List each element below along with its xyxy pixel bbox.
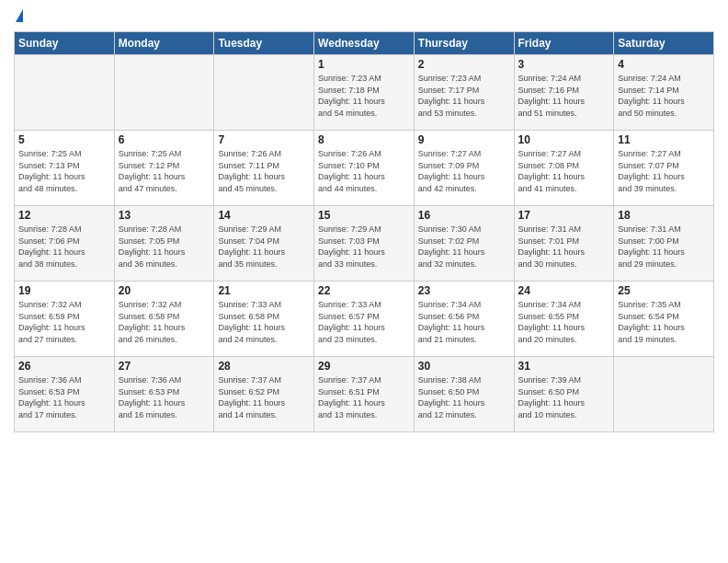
day-info: Sunrise: 7:27 AM Sunset: 7:09 PM Dayligh… xyxy=(418,148,510,194)
day-info: Sunrise: 7:35 AM Sunset: 6:54 PM Dayligh… xyxy=(618,299,710,345)
week-row-5: 26Sunrise: 7:36 AM Sunset: 6:53 PM Dayli… xyxy=(15,357,714,432)
header-cell-friday: Friday xyxy=(514,32,614,55)
day-info: Sunrise: 7:31 AM Sunset: 7:00 PM Dayligh… xyxy=(618,224,710,270)
day-info: Sunrise: 7:36 AM Sunset: 6:53 PM Dayligh… xyxy=(18,374,110,420)
day-info: Sunrise: 7:27 AM Sunset: 7:07 PM Dayligh… xyxy=(618,148,710,194)
day-cell: 5Sunrise: 7:25 AM Sunset: 7:13 PM Daylig… xyxy=(15,131,115,206)
day-cell: 30Sunrise: 7:38 AM Sunset: 6:50 PM Dayli… xyxy=(414,357,514,432)
day-info: Sunrise: 7:28 AM Sunset: 7:06 PM Dayligh… xyxy=(18,224,110,270)
header-cell-saturday: Saturday xyxy=(614,32,714,55)
day-number: 30 xyxy=(418,360,510,373)
day-number: 7 xyxy=(218,133,310,146)
day-info: Sunrise: 7:37 AM Sunset: 6:52 PM Dayligh… xyxy=(218,374,310,420)
day-number: 3 xyxy=(518,58,610,71)
day-info: Sunrise: 7:30 AM Sunset: 7:02 PM Dayligh… xyxy=(418,224,510,270)
day-number: 27 xyxy=(119,360,210,373)
week-row-3: 12Sunrise: 7:28 AM Sunset: 7:06 PM Dayli… xyxy=(15,206,714,282)
week-row-2: 5Sunrise: 7:25 AM Sunset: 7:13 PM Daylig… xyxy=(15,131,714,206)
day-number: 29 xyxy=(318,360,410,373)
day-cell: 6Sunrise: 7:25 AM Sunset: 7:12 PM Daylig… xyxy=(114,131,214,206)
header-cell-sunday: Sunday xyxy=(15,32,115,55)
day-number: 11 xyxy=(618,133,710,146)
day-info: Sunrise: 7:32 AM Sunset: 6:58 PM Dayligh… xyxy=(119,299,210,345)
day-number: 13 xyxy=(119,209,210,222)
day-info: Sunrise: 7:23 AM Sunset: 7:18 PM Dayligh… xyxy=(318,73,410,119)
day-cell: 22Sunrise: 7:33 AM Sunset: 6:57 PM Dayli… xyxy=(314,282,415,357)
day-number: 17 xyxy=(518,209,610,222)
day-cell: 24Sunrise: 7:34 AM Sunset: 6:55 PM Dayli… xyxy=(514,282,614,357)
day-cell: 15Sunrise: 7:29 AM Sunset: 7:03 PM Dayli… xyxy=(314,206,415,282)
day-info: Sunrise: 7:33 AM Sunset: 6:58 PM Dayligh… xyxy=(218,299,310,345)
day-cell: 3Sunrise: 7:24 AM Sunset: 7:16 PM Daylig… xyxy=(514,55,614,131)
day-info: Sunrise: 7:33 AM Sunset: 6:57 PM Dayligh… xyxy=(318,299,410,345)
day-number: 23 xyxy=(418,284,510,297)
page-header xyxy=(14,9,714,24)
day-info: Sunrise: 7:24 AM Sunset: 7:16 PM Dayligh… xyxy=(518,73,610,119)
day-cell: 10Sunrise: 7:27 AM Sunset: 7:08 PM Dayli… xyxy=(514,131,614,206)
day-number: 9 xyxy=(418,133,510,146)
day-info: Sunrise: 7:25 AM Sunset: 7:12 PM Dayligh… xyxy=(119,148,210,194)
day-cell: 28Sunrise: 7:37 AM Sunset: 6:52 PM Dayli… xyxy=(214,357,314,432)
day-number: 1 xyxy=(318,58,410,71)
day-number: 24 xyxy=(518,284,610,297)
day-cell xyxy=(214,55,314,131)
day-cell: 7Sunrise: 7:26 AM Sunset: 7:11 PM Daylig… xyxy=(214,131,314,206)
day-cell xyxy=(114,55,214,131)
day-cell: 2Sunrise: 7:23 AM Sunset: 7:17 PM Daylig… xyxy=(414,55,514,131)
day-info: Sunrise: 7:25 AM Sunset: 7:13 PM Dayligh… xyxy=(18,148,110,194)
day-number: 31 xyxy=(518,360,610,373)
day-cell: 18Sunrise: 7:31 AM Sunset: 7:00 PM Dayli… xyxy=(614,206,714,282)
day-number: 19 xyxy=(18,284,110,297)
header-cell-monday: Monday xyxy=(114,32,214,55)
day-number: 28 xyxy=(218,360,310,373)
day-info: Sunrise: 7:26 AM Sunset: 7:10 PM Dayligh… xyxy=(318,148,410,194)
day-cell: 1Sunrise: 7:23 AM Sunset: 7:18 PM Daylig… xyxy=(314,55,415,131)
day-cell: 4Sunrise: 7:24 AM Sunset: 7:14 PM Daylig… xyxy=(614,55,714,131)
day-cell: 19Sunrise: 7:32 AM Sunset: 6:59 PM Dayli… xyxy=(15,282,115,357)
day-number: 8 xyxy=(318,133,410,146)
day-number: 2 xyxy=(418,58,510,71)
day-info: Sunrise: 7:36 AM Sunset: 6:53 PM Dayligh… xyxy=(119,374,210,420)
day-cell: 20Sunrise: 7:32 AM Sunset: 6:58 PM Dayli… xyxy=(114,282,214,357)
logo-triangle-icon xyxy=(16,9,23,22)
day-number: 16 xyxy=(418,209,510,222)
day-number: 12 xyxy=(18,209,110,222)
day-cell: 21Sunrise: 7:33 AM Sunset: 6:58 PM Dayli… xyxy=(214,282,314,357)
day-cell xyxy=(15,55,115,131)
day-cell: 29Sunrise: 7:37 AM Sunset: 6:51 PM Dayli… xyxy=(314,357,415,432)
calendar-table: SundayMondayTuesdayWednesdayThursdayFrid… xyxy=(14,31,714,432)
day-number: 14 xyxy=(218,209,310,222)
day-cell: 11Sunrise: 7:27 AM Sunset: 7:07 PM Dayli… xyxy=(614,131,714,206)
day-cell: 31Sunrise: 7:39 AM Sunset: 6:50 PM Dayli… xyxy=(514,357,614,432)
logo xyxy=(14,9,23,24)
day-number: 26 xyxy=(18,360,110,373)
day-number: 25 xyxy=(618,284,710,297)
day-cell: 25Sunrise: 7:35 AM Sunset: 6:54 PM Dayli… xyxy=(614,282,714,357)
day-number: 15 xyxy=(318,209,410,222)
day-cell: 9Sunrise: 7:27 AM Sunset: 7:09 PM Daylig… xyxy=(414,131,514,206)
day-info: Sunrise: 7:39 AM Sunset: 6:50 PM Dayligh… xyxy=(518,374,610,420)
day-info: Sunrise: 7:28 AM Sunset: 7:05 PM Dayligh… xyxy=(119,224,210,270)
header-row: SundayMondayTuesdayWednesdayThursdayFrid… xyxy=(15,32,714,55)
week-row-4: 19Sunrise: 7:32 AM Sunset: 6:59 PM Dayli… xyxy=(15,282,714,357)
day-cell: 13Sunrise: 7:28 AM Sunset: 7:05 PM Dayli… xyxy=(114,206,214,282)
day-info: Sunrise: 7:32 AM Sunset: 6:59 PM Dayligh… xyxy=(18,299,110,345)
day-info: Sunrise: 7:29 AM Sunset: 7:03 PM Dayligh… xyxy=(318,224,410,270)
day-cell: 14Sunrise: 7:29 AM Sunset: 7:04 PM Dayli… xyxy=(214,206,314,282)
day-info: Sunrise: 7:24 AM Sunset: 7:14 PM Dayligh… xyxy=(618,73,710,119)
header-cell-thursday: Thursday xyxy=(414,32,514,55)
day-number: 22 xyxy=(318,284,410,297)
day-number: 20 xyxy=(119,284,210,297)
day-cell: 17Sunrise: 7:31 AM Sunset: 7:01 PM Dayli… xyxy=(514,206,614,282)
day-number: 10 xyxy=(518,133,610,146)
week-row-1: 1Sunrise: 7:23 AM Sunset: 7:18 PM Daylig… xyxy=(15,55,714,131)
day-info: Sunrise: 7:23 AM Sunset: 7:17 PM Dayligh… xyxy=(418,73,510,119)
day-number: 6 xyxy=(119,133,210,146)
day-info: Sunrise: 7:37 AM Sunset: 6:51 PM Dayligh… xyxy=(318,374,410,420)
day-cell: 16Sunrise: 7:30 AM Sunset: 7:02 PM Dayli… xyxy=(414,206,514,282)
day-cell xyxy=(614,357,714,432)
day-number: 18 xyxy=(618,209,710,222)
day-cell: 23Sunrise: 7:34 AM Sunset: 6:56 PM Dayli… xyxy=(414,282,514,357)
day-cell: 12Sunrise: 7:28 AM Sunset: 7:06 PM Dayli… xyxy=(15,206,115,282)
day-number: 5 xyxy=(18,133,110,146)
